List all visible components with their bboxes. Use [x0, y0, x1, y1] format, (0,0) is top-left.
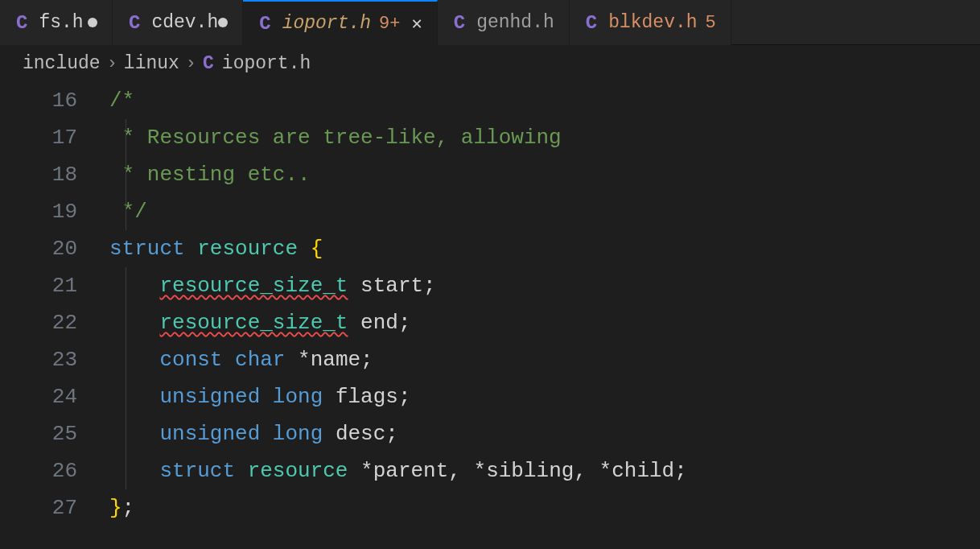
indent-guide [126, 341, 126, 378]
code-token: * nesting etc.. [109, 163, 311, 187]
code-token: ; [398, 385, 411, 409]
indent-guide [126, 193, 126, 230]
line-number: 22 [0, 304, 77, 341]
breadcrumb[interactable]: include › linux › C ioport.h [0, 45, 980, 82]
code-token: char [235, 348, 285, 372]
code-area[interactable]: /* * Resources are tree-like, allowing *… [93, 82, 980, 549]
code-line[interactable]: /* [109, 82, 980, 119]
code-token: , [448, 459, 473, 483]
code-line[interactable]: }; [109, 489, 980, 526]
line-number: 16 [0, 82, 77, 119]
code-token: desc [336, 422, 385, 446]
chevron-right-icon: › [107, 54, 117, 74]
line-number: 21 [0, 267, 77, 304]
code-token: const [159, 348, 222, 372]
code-token [323, 422, 336, 446]
code-token [222, 348, 235, 372]
tab-bar: C fs.h C cdev.h C ioport.h 9+ ✕ C genhd.… [0, 0, 980, 45]
code-token [260, 422, 273, 446]
code-token: * [599, 459, 612, 483]
code-token: name [311, 348, 360, 372]
line-number: 25 [0, 415, 77, 452]
code-token [109, 422, 159, 446]
code-token: struct [159, 459, 235, 483]
code-line[interactable]: resource_size_t start; [109, 267, 980, 304]
code-token: */ [109, 200, 147, 224]
code-token: sibling [486, 459, 574, 483]
breadcrumb-segment[interactable]: include [23, 53, 101, 74]
code-token [348, 311, 360, 335]
tab-cdev-h[interactable]: C cdev.h [113, 0, 243, 45]
code-token: child [611, 459, 674, 483]
line-number: 24 [0, 378, 77, 415]
indent-guide [126, 415, 126, 452]
code-line[interactable]: unsigned long desc; [109, 415, 980, 452]
code-token: , [574, 459, 599, 483]
code-token: * [360, 459, 373, 483]
code-token: ; [360, 348, 373, 372]
line-number: 17 [0, 119, 77, 156]
chevron-right-icon: › [186, 54, 196, 74]
code-token: * [474, 459, 487, 483]
indent-guide [126, 452, 126, 489]
code-token [235, 459, 248, 483]
code-line[interactable]: */ [109, 193, 980, 230]
indent-guide [126, 119, 126, 156]
line-number: 20 [0, 230, 77, 267]
code-line[interactable]: struct resource { [109, 230, 980, 267]
close-icon[interactable]: ✕ [411, 13, 422, 35]
code-token [109, 385, 159, 409]
code-token: * [298, 348, 311, 372]
tab-genhd-h[interactable]: C genhd.h [438, 0, 570, 45]
indent-guide [126, 267, 126, 304]
line-number: 18 [0, 156, 77, 193]
code-token: /* [109, 89, 134, 113]
c-file-icon: C [586, 12, 597, 34]
breadcrumb-file[interactable]: ioport.h [222, 53, 311, 74]
code-token: { [311, 237, 323, 261]
code-token: resource_size_t [159, 311, 348, 335]
code-token: ; [674, 459, 687, 483]
tab-fs-h[interactable]: C fs.h [0, 0, 113, 45]
problems-badge: 5 [706, 13, 716, 33]
code-token [185, 237, 198, 261]
problems-badge: 9+ [379, 14, 400, 34]
code-token [109, 348, 159, 372]
breadcrumb-segment[interactable]: linux [124, 53, 179, 74]
c-file-icon: C [129, 12, 140, 34]
code-token [348, 274, 360, 298]
code-token: resource [197, 237, 298, 261]
code-token [298, 237, 311, 261]
code-token: ; [122, 496, 135, 520]
code-line[interactable]: unsigned long flags; [109, 378, 980, 415]
code-token [109, 459, 159, 483]
code-token: start [360, 274, 423, 298]
line-number: 19 [0, 193, 77, 230]
c-file-icon: C [454, 12, 465, 34]
code-token [109, 311, 159, 335]
code-line[interactable]: * Resources are tree-like, allowing [109, 119, 980, 156]
code-token: long [273, 385, 323, 409]
indent-guide [126, 156, 126, 193]
tab-label: blkdev.h [608, 12, 697, 33]
tab-label: fs.h [39, 12, 83, 33]
dirty-dot-icon [88, 18, 97, 27]
code-line[interactable]: resource_size_t end; [109, 304, 980, 341]
tab-label: genhd.h [476, 12, 554, 33]
code-token: parent [373, 459, 449, 483]
code-token: unsigned [159, 385, 260, 409]
code-token: flags [336, 385, 398, 409]
code-line[interactable]: const char *name; [109, 341, 980, 378]
code-editor[interactable]: 161718192021222324252627 /* * Resources … [0, 82, 980, 549]
tab-blkdev-h[interactable]: C blkdev.h 5 [570, 0, 731, 45]
line-number: 26 [0, 452, 77, 489]
code-token: struct [109, 237, 185, 261]
code-line[interactable]: * nesting etc.. [109, 156, 980, 193]
code-line[interactable]: struct resource *parent, *sibling, *chil… [109, 452, 980, 489]
code-token: end [360, 311, 398, 335]
tab-label: cdev.h [151, 12, 218, 33]
tab-ioport-h[interactable]: C ioport.h 9+ ✕ [243, 0, 437, 45]
code-token [260, 385, 273, 409]
code-token: ; [385, 422, 398, 446]
c-file-icon: C [259, 13, 270, 35]
